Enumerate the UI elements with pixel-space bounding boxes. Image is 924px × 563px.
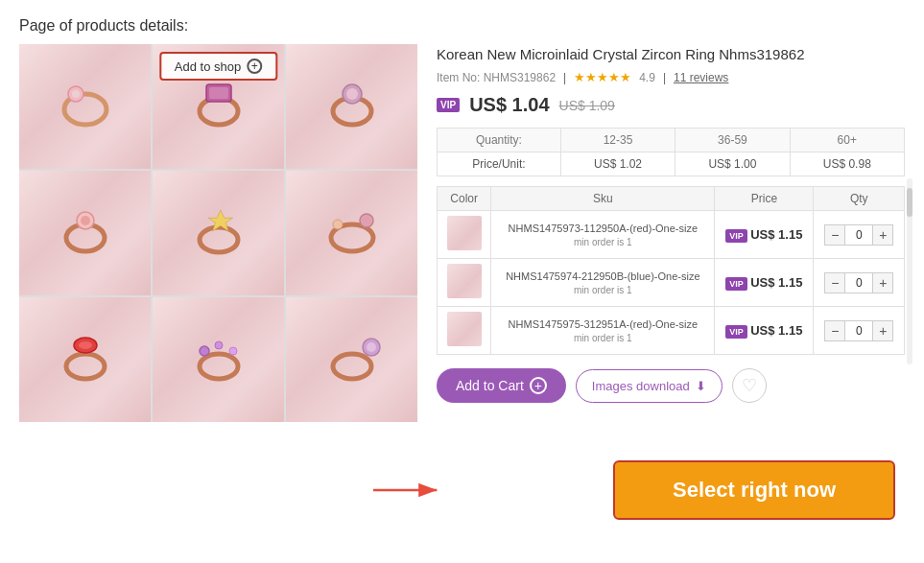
product-details-section: Korean New Microinlaid Crystal Zircon Ri… [437, 44, 905, 422]
col-color-header: Color [438, 187, 491, 211]
col-sku-header: Sku [491, 187, 715, 211]
qty-range-2-header: 36-59 [675, 129, 790, 152]
svg-point-22 [229, 347, 237, 355]
sku-vip-badge-0: VIP [725, 229, 747, 243]
sku-price-cell-1: VIP US$ 1.15 [715, 259, 814, 307]
svg-rect-5 [209, 87, 228, 99]
plus-circle-icon: + [247, 59, 262, 74]
stepper-minus-1[interactable]: − [824, 272, 845, 293]
star-icons: ★★★★★ [574, 70, 631, 84]
ring-svg-5 [185, 199, 252, 267]
scrollbar-thumb [907, 188, 912, 217]
scrollbar-track[interactable] [907, 178, 912, 364]
ring-svg-9 [319, 326, 386, 393]
ring-svg-2 [185, 73, 252, 140]
sku-price-2: US$ 1.15 [750, 323, 802, 338]
original-price: US$ 1.09 [559, 98, 615, 113]
download-icon: ⬇ [696, 379, 706, 393]
sku-price-cell-0: VIP US$ 1.15 [715, 211, 814, 259]
qty-range-1-header: 12-35 [560, 129, 675, 152]
svg-point-20 [200, 354, 238, 379]
sku-row: NHMS1475973-112950A-(red)-One-size min o… [438, 211, 905, 259]
sku-vip-badge-1: VIP [725, 277, 747, 291]
qty-stepper-1: − 0 + [821, 272, 896, 293]
product-image-5 [153, 171, 284, 295]
svg-point-11 [81, 216, 90, 225]
qty-header: Quantity: [438, 129, 561, 152]
sku-row: NHMS1475974-212950B-(blue)-One-size min … [438, 259, 905, 307]
product-image-7 [19, 297, 151, 422]
product-image-4 [19, 171, 151, 295]
stepper-value-0: 0 [845, 224, 872, 246]
stepper-plus-1[interactable]: + [872, 272, 893, 293]
arrow-container [369, 471, 446, 509]
sku-table: Color Sku Price Qty NHMS1475973-112950A-… [437, 186, 905, 355]
svg-point-8 [346, 88, 358, 100]
qty-stepper-0: − 0 + [821, 224, 896, 246]
product-meta: Item No: NHMS319862 | ★★★★★ 4.9 | 11 rev… [437, 70, 905, 84]
product-image-1 [19, 44, 151, 169]
stepper-minus-0[interactable]: − [824, 224, 845, 246]
sku-code-cell-1: NHMS1475974-212950B-(blue)-One-size min … [491, 259, 715, 307]
svg-point-15 [360, 214, 373, 227]
price-row: VIP US$ 1.04 US$ 1.09 [437, 94, 905, 116]
heart-icon: ♡ [742, 375, 757, 396]
price-tier-1: US$ 1.02 [560, 152, 675, 176]
product-images-section: Add to shop + [19, 44, 417, 422]
product-image-3 [286, 44, 417, 169]
price-tier-2: US$ 1.00 [675, 152, 790, 176]
svg-point-26 [367, 342, 376, 352]
ring-svg-1 [52, 73, 119, 140]
select-right-now-button[interactable]: Select right now [613, 460, 895, 520]
sku-color-img-2 [438, 307, 491, 355]
sku-price-0: US$ 1.15 [750, 227, 802, 242]
sku-image-1 [447, 264, 482, 298]
sku-row: NHMS1475975-312951A-(red)-One-size min o… [438, 307, 905, 355]
svg-point-24 [333, 354, 371, 379]
vip-badge: VIP [437, 98, 460, 112]
add-to-cart-button[interactable]: Add to Cart + [437, 368, 566, 403]
price-unit-label: Price/Unit: [438, 152, 561, 176]
svg-point-17 [66, 354, 105, 379]
sku-price-1: US$ 1.15 [750, 275, 802, 290]
ring-svg-6 [319, 199, 386, 267]
qty-price-table: Quantity: 12-35 36-59 60+ Price/Unit: US… [437, 128, 905, 176]
add-to-cart-label: Add to Cart [456, 378, 524, 393]
images-grid [19, 44, 417, 422]
sku-qty-cell-1: − 0 + [814, 259, 905, 307]
ring-svg-4 [52, 199, 119, 267]
rating-number: 4.9 [639, 71, 655, 84]
svg-point-16 [333, 220, 343, 229]
bottom-section: Select right now [0, 441, 924, 539]
current-price: US$ 1.04 [469, 94, 549, 116]
sku-color-img-1 [438, 259, 491, 307]
images-download-button[interactable]: Images download ⬇ [576, 369, 723, 403]
stepper-minus-2[interactable]: − [824, 320, 845, 341]
sku-qty-cell-2: − 0 + [814, 307, 905, 355]
product-image-9 [286, 297, 417, 422]
cart-plus-icon: + [530, 377, 547, 394]
reviews-link[interactable]: 11 reviews [674, 71, 728, 84]
product-name: Korean New Microinlaid Crystal Zircon Ri… [437, 44, 905, 64]
stepper-plus-2[interactable]: + [872, 320, 893, 341]
add-to-shop-label: Add to shop [175, 59, 241, 74]
item-number: Item No: NHMS319862 [437, 71, 556, 84]
col-qty-header: Qty [814, 187, 905, 211]
svg-point-21 [200, 346, 209, 356]
price-tier-3: US$ 0.98 [790, 152, 904, 176]
ring-svg-7 [52, 326, 119, 393]
svg-point-23 [215, 341, 223, 349]
separator-1: | [563, 71, 566, 84]
arrow-icon [369, 471, 446, 509]
svg-point-12 [200, 227, 238, 252]
page-title: Page of products details: [0, 0, 924, 44]
sku-code-cell-0: NHMS1475973-112950A-(red)-One-size min o… [491, 211, 715, 259]
sku-image-0 [447, 216, 482, 250]
action-buttons: Add to Cart + Images download ⬇ ♡ [437, 368, 905, 403]
stepper-plus-0[interactable]: + [872, 224, 893, 246]
wishlist-button[interactable]: ♡ [732, 368, 767, 403]
sku-code-cell-2: NHMS1475975-312951A-(red)-One-size min o… [491, 307, 715, 355]
add-to-shop-button[interactable]: Add to shop + [159, 52, 277, 81]
product-image-8 [153, 297, 284, 422]
product-image-6 [286, 171, 417, 295]
